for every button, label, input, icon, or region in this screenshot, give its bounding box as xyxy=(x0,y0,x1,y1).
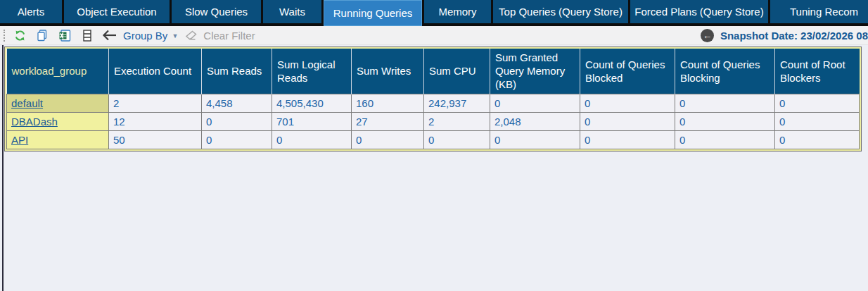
value-cell: 242,937 xyxy=(424,94,490,112)
value-cell: 0 xyxy=(675,130,775,149)
column-header-workload-group[interactable]: workload_group xyxy=(7,49,109,94)
tab-tuning-recom[interactable]: Tuning Recom xyxy=(770,0,868,23)
value-cell: 0 xyxy=(202,112,272,130)
workload-group-link[interactable]: DBADash xyxy=(11,116,58,128)
column-header-sum-writes[interactable]: Sum Writes xyxy=(352,49,424,94)
value-cell: 0 xyxy=(490,130,580,149)
value-cell: 0 xyxy=(775,94,860,112)
column-header-count-of-queries-blocking[interactable]: Count of Queries Blocking xyxy=(675,49,775,94)
toolbar-grip-handle[interactable] xyxy=(4,30,6,42)
tab-running-queries[interactable]: Running Queries xyxy=(324,0,422,26)
clear-filter-button: Clear Filter xyxy=(203,30,255,42)
copy-icon[interactable] xyxy=(34,27,50,43)
value-cell: 0 xyxy=(580,94,675,112)
value-cell: 12 xyxy=(109,112,202,130)
snapshot-date-label: Snapshot Date: 23/02/2026 08 xyxy=(720,30,868,42)
table-row: API5000000000 xyxy=(7,130,860,149)
value-cell: 0 xyxy=(352,130,424,149)
workload-group-link[interactable]: default xyxy=(11,97,43,109)
tab-forced-plans-query-store[interactable]: Forced Plans (Query Store) xyxy=(630,0,768,23)
value-cell: 0 xyxy=(775,112,860,130)
panel-splitter xyxy=(2,45,4,291)
export-excel-icon[interactable] xyxy=(57,27,72,43)
column-header-sum-cpu[interactable]: Sum CPU xyxy=(424,49,490,94)
value-cell: 701 xyxy=(272,112,352,130)
column-header-sum-reads[interactable]: Sum Reads xyxy=(202,49,272,94)
value-cell: 0 xyxy=(580,130,675,149)
value-cell: 0 xyxy=(675,112,775,130)
value-cell: 27 xyxy=(352,112,424,130)
value-cell: 160 xyxy=(352,94,424,112)
workload-group-cell: DBADash xyxy=(7,112,109,130)
workload-group-cell: default xyxy=(7,94,109,112)
tab-slow-queries[interactable]: Slow Queries xyxy=(172,0,261,23)
workload-group-cell: API xyxy=(7,130,109,149)
value-cell: 0 xyxy=(490,94,580,112)
toolbar: Group By ▼ Clear Filter ← Snapshot Date:… xyxy=(0,26,868,45)
value-cell: 2 xyxy=(424,112,490,130)
snapshot-back-icon[interactable]: ← xyxy=(701,29,714,42)
value-cell: 0 xyxy=(580,112,675,130)
eraser-icon xyxy=(184,27,199,43)
column-header-execution-count[interactable]: Execution Count xyxy=(109,49,202,94)
value-cell: 0 xyxy=(424,130,490,149)
value-cell: 4,505,430 xyxy=(272,94,352,112)
group-by-caret-icon[interactable]: ▼ xyxy=(172,32,178,39)
workload-group-link[interactable]: API xyxy=(11,134,28,146)
back-arrow-icon[interactable] xyxy=(102,27,117,43)
column-chooser-icon[interactable] xyxy=(79,27,95,43)
column-header-count-of-queries-blocked[interactable]: Count of Queries Blocked xyxy=(580,49,675,94)
table-row: default24,4584,505,430160242,9370000 xyxy=(7,94,860,112)
value-cell: 0 xyxy=(272,130,352,149)
column-header-sum-granted-query-memory-kb[interactable]: Sum Granted Query Memory (KB) xyxy=(490,49,580,94)
results-grid: workload_groupExecution CountSum ReadsSu… xyxy=(4,47,862,151)
tab-alerts[interactable]: Alerts xyxy=(0,0,62,23)
tab-object-execution[interactable]: Object Execution xyxy=(64,0,170,23)
value-cell: 4,458 xyxy=(202,94,272,112)
value-cell: 2,048 xyxy=(490,112,580,130)
tab-memory[interactable]: Memory xyxy=(424,0,491,23)
group-by-button[interactable]: Group By xyxy=(123,30,167,42)
tab-top-queries-query-store[interactable]: Top Queries (Query Store) xyxy=(493,0,628,23)
table-header-row: workload_groupExecution CountSum ReadsSu… xyxy=(7,49,860,94)
value-cell: 0 xyxy=(675,94,775,112)
value-cell: 2 xyxy=(109,94,202,112)
column-header-sum-logical-reads[interactable]: Sum Logical Reads xyxy=(272,49,352,94)
column-header-count-of-root-blockers[interactable]: Count of Root Blockers xyxy=(775,49,860,94)
tab-waits[interactable]: Waits xyxy=(263,0,321,23)
table-row: DBADash1207012722,048000 xyxy=(7,112,860,130)
value-cell: 50 xyxy=(109,130,202,149)
tab-bar: AlertsObject ExecutionSlow QueriesWaitsR… xyxy=(0,0,868,26)
value-cell: 0 xyxy=(775,130,860,149)
value-cell: 0 xyxy=(202,130,272,149)
refresh-icon[interactable] xyxy=(12,27,27,43)
